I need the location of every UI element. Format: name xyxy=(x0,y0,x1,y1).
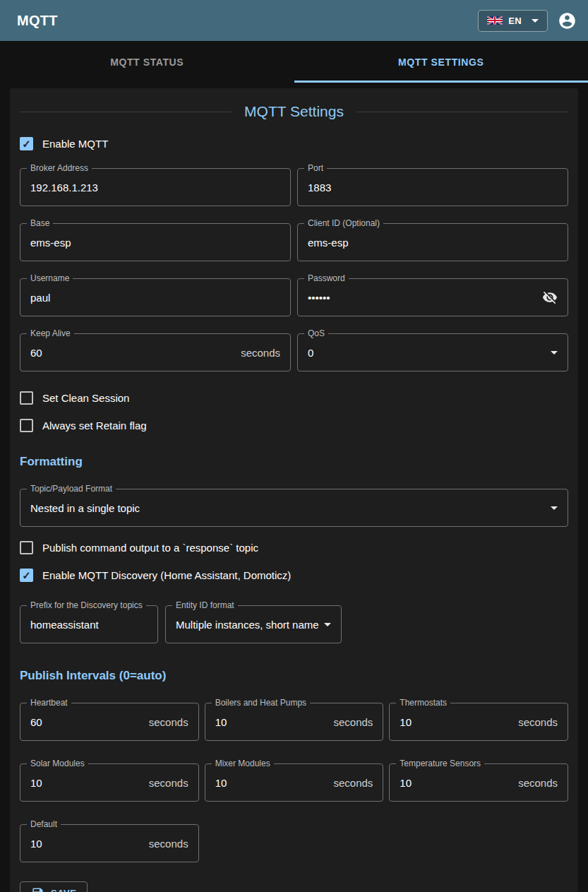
base-input[interactable] xyxy=(30,237,280,249)
settings-heading-row: MQTT Settings xyxy=(20,88,568,120)
topic-format-value: Nested in a single topic xyxy=(30,502,140,514)
qos-label: QoS xyxy=(304,328,328,338)
clean-session-row[interactable]: Set Clean Session xyxy=(20,384,129,412)
broker-address-input[interactable] xyxy=(30,182,280,194)
heartbeat-field: Heartbeat seconds xyxy=(20,703,199,741)
save-button-label: SAVE xyxy=(51,888,76,892)
mixer-modules-unit: seconds xyxy=(328,777,373,789)
solar-modules-input[interactable] xyxy=(30,777,143,789)
keep-alive-unit: seconds xyxy=(235,347,280,359)
default-interval-input[interactable] xyxy=(30,838,143,850)
entity-id-format-label: Entity ID format xyxy=(172,600,238,610)
retain-flag-checkbox[interactable] xyxy=(20,419,33,432)
qos-select[interactable]: QoS 0 xyxy=(297,333,568,371)
keep-alive-label: Keep Alive xyxy=(27,328,74,338)
account-icon[interactable] xyxy=(558,11,577,30)
discovery-options-row: Prefix for the Discovery topics Entity I… xyxy=(20,605,568,643)
username-field: Username xyxy=(20,278,291,316)
keep-alive-field: Keep Alive seconds xyxy=(20,333,291,371)
publish-intervals-heading: Publish Intervals (0=auto) xyxy=(20,669,568,683)
port-field: Port xyxy=(297,168,568,206)
clean-session-label: Set Clean Session xyxy=(42,392,129,404)
dropdown-arrow-icon xyxy=(551,506,558,510)
uk-flag-icon xyxy=(487,16,503,25)
client-id-input[interactable] xyxy=(308,237,558,249)
boilers-field: Boilers and Heat Pumps seconds xyxy=(205,703,384,741)
username-label: Username xyxy=(27,273,73,283)
client-id-label: Client ID (Optional) xyxy=(304,218,383,228)
tab-mqtt-status-label: MQTT STATUS xyxy=(110,57,184,68)
keepalive-qos-row: Keep Alive seconds QoS 0 xyxy=(20,333,568,371)
broker-address-field: Broker Address xyxy=(20,168,291,206)
tab-mqtt-status[interactable]: MQTT STATUS xyxy=(0,41,294,83)
thermostats-input[interactable] xyxy=(400,716,512,728)
language-label: EN xyxy=(508,16,522,26)
mixer-modules-input[interactable] xyxy=(215,777,328,789)
mqtt-discovery-row[interactable]: ✓ Enable MQTT Discovery (Home Assistant,… xyxy=(20,569,291,582)
visibility-off-icon xyxy=(542,290,558,305)
default-interval-field: Default seconds xyxy=(20,824,199,862)
password-input[interactable] xyxy=(308,292,542,304)
broker-address-label: Broker Address xyxy=(27,163,92,173)
publish-response-checkbox[interactable] xyxy=(20,541,33,554)
tab-mqtt-settings[interactable]: MQTT SETTINGS xyxy=(294,41,588,83)
boilers-label: Boilers and Heat Pumps xyxy=(212,698,310,708)
topic-format-select[interactable]: Topic/Payload Format Nested in a single … xyxy=(20,489,568,527)
discovery-prefix-input[interactable] xyxy=(30,619,148,631)
page-title: MQTT Settings xyxy=(232,103,356,120)
mqtt-discovery-checkbox[interactable]: ✓ xyxy=(20,569,33,582)
enable-mqtt-checkbox[interactable]: ✓ xyxy=(20,137,33,150)
boilers-unit: seconds xyxy=(328,716,373,728)
clean-session-checkbox[interactable] xyxy=(20,391,33,405)
divider xyxy=(356,112,568,112)
solar-modules-unit: seconds xyxy=(143,777,188,789)
mqtt-settings-panel: MQTT Settings ✓ Enable MQTT Broker Addre… xyxy=(10,88,578,892)
formatting-heading: Formatting xyxy=(20,455,568,469)
mixer-modules-field: Mixer Modules seconds xyxy=(205,763,384,802)
retain-flag-row[interactable]: Always set Retain flag xyxy=(20,412,147,439)
heartbeat-input[interactable] xyxy=(30,716,143,728)
publish-response-label: Publish command output to a `response` t… xyxy=(42,542,258,554)
port-input[interactable] xyxy=(308,182,558,194)
credentials-row: Username Password xyxy=(20,278,568,316)
app-bar: MQTT EN xyxy=(0,0,588,41)
default-interval-unit: seconds xyxy=(143,838,188,850)
mixer-modules-label: Mixer Modules xyxy=(212,759,274,768)
topic-format-label: Topic/Payload Format xyxy=(27,484,116,494)
toggle-password-visibility-button[interactable] xyxy=(542,290,558,305)
entity-id-format-select[interactable]: Entity ID format Multiple instances, sho… xyxy=(165,605,342,643)
base-label: Base xyxy=(27,218,53,228)
tab-mqtt-settings-label: MQTT SETTINGS xyxy=(398,57,484,68)
session-checkboxes: Set Clean Session Always set Retain flag xyxy=(20,384,568,439)
temperature-sensors-input[interactable] xyxy=(400,777,512,789)
dropdown-arrow-icon xyxy=(324,623,331,626)
mqtt-discovery-label: Enable MQTT Discovery (Home Assistant, D… xyxy=(42,569,291,581)
language-selector[interactable]: EN xyxy=(478,10,548,32)
enable-mqtt-label: Enable MQTT xyxy=(42,138,108,150)
save-button[interactable]: SAVE xyxy=(20,881,88,892)
solar-modules-field: Solar Modules seconds xyxy=(20,763,199,802)
app-title: MQTT xyxy=(17,13,58,29)
password-field: Password xyxy=(297,278,568,316)
keep-alive-input[interactable] xyxy=(30,347,235,359)
client-id-field: Client ID (Optional) xyxy=(297,223,568,261)
heartbeat-label: Heartbeat xyxy=(27,698,71,708)
boilers-input[interactable] xyxy=(215,716,328,728)
port-label: Port xyxy=(304,163,327,173)
qos-value: 0 xyxy=(308,347,313,359)
thermostats-unit: seconds xyxy=(512,716,558,728)
entity-id-format-value: Multiple instances, short name xyxy=(176,619,319,631)
thermostats-field: Thermostats seconds xyxy=(389,703,568,741)
publish-response-row[interactable]: Publish command output to a `response` t… xyxy=(20,541,258,554)
discovery-prefix-label: Prefix for the Discovery topics xyxy=(27,600,146,610)
publish-intervals-grid: Heartbeat seconds Boilers and Heat Pumps… xyxy=(20,703,568,862)
temperature-sensors-field: Temperature Sensors seconds xyxy=(389,763,568,802)
save-icon xyxy=(31,886,44,892)
broker-port-row: Broker Address Port xyxy=(20,168,568,206)
heartbeat-unit: seconds xyxy=(143,716,188,728)
discovery-prefix-field: Prefix for the Discovery topics xyxy=(20,605,158,643)
thermostats-label: Thermostats xyxy=(396,698,450,708)
base-field: Base xyxy=(20,223,291,261)
enable-mqtt-row[interactable]: ✓ Enable MQTT xyxy=(20,137,108,150)
username-input[interactable] xyxy=(30,292,280,304)
